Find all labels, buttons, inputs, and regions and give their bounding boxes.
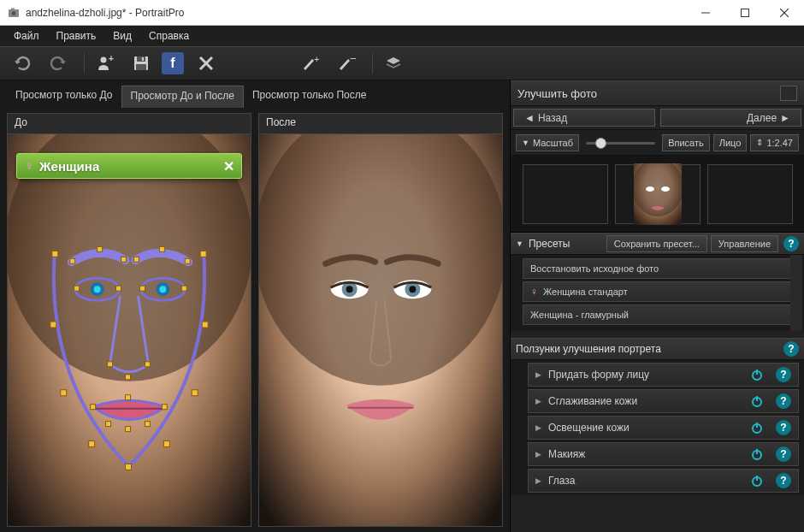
tab-before-after[interactable]: Просмотр До и После (121, 86, 244, 108)
layers-button[interactable] (378, 50, 409, 76)
power-icon[interactable] (748, 393, 766, 410)
triangle-right-icon: ▶ (535, 450, 541, 458)
slider-skin-lighting[interactable]: ▶ Освещение кожи ? (528, 416, 799, 440)
arrow-right-icon: ► (780, 112, 790, 124)
undo-button[interactable] (7, 50, 38, 76)
power-icon[interactable] (748, 419, 766, 436)
female-icon: ♀ (24, 158, 34, 174)
svg-rect-2 (11, 8, 15, 9)
preset-restore-original[interactable]: Восстановить исходное фото (523, 258, 799, 279)
main-area: Просмотр только До Просмотр До и После П… (0, 80, 804, 532)
zoom-ratio[interactable]: ⇕ 1:2.47 (750, 134, 799, 151)
svg-rect-42 (139, 286, 145, 291)
next-label: Далее (747, 112, 777, 124)
svg-rect-33 (126, 464, 132, 470)
save-preset-button[interactable]: Сохранить пресет... (606, 235, 707, 252)
filmstrip-thumbnail[interactable] (634, 163, 682, 225)
svg-rect-39 (185, 258, 190, 263)
minimize-button[interactable] (686, 0, 725, 26)
svg-rect-25 (52, 251, 58, 257)
help-icon[interactable]: ? (776, 473, 791, 488)
help-icon[interactable]: ? (783, 236, 799, 251)
help-icon[interactable]: ? (776, 420, 791, 435)
triangle-right-icon: ▶ (535, 370, 541, 379)
slider-makeup[interactable]: ▶ Макияж ? (528, 442, 799, 466)
help-icon[interactable]: ? (776, 446, 791, 462)
next-button[interactable]: Далее ► (660, 109, 802, 127)
female-icon: ♀ (530, 286, 538, 298)
back-button[interactable]: ◄ Назад (513, 109, 655, 127)
before-image[interactable]: ♀ Женщина ✕ (8, 134, 251, 526)
maximize-button[interactable] (725, 0, 765, 26)
close-button[interactable] (765, 0, 804, 26)
svg-rect-36 (121, 257, 127, 262)
gender-tag[interactable]: ♀ Женщина ✕ (16, 153, 242, 179)
slider-eyes[interactable]: ▶ Глаза ? (528, 469, 799, 493)
svg-rect-50 (106, 422, 111, 427)
filmstrip-slot (707, 164, 793, 224)
after-pane: После (258, 113, 503, 527)
triangle-right-icon: ▶ (535, 397, 541, 405)
arrow-left-icon: ◄ (524, 112, 535, 124)
svg-point-7 (101, 57, 107, 63)
presets-header[interactable]: ▼ Пресеты Сохранить пресет... Управление… (511, 233, 804, 255)
fit-button[interactable]: Вписать (662, 134, 710, 151)
help-icon[interactable]: ? (776, 393, 791, 409)
brush-minus-button[interactable]: − (331, 50, 362, 76)
svg-point-62 (646, 186, 654, 192)
zoom-slider[interactable] (582, 135, 659, 151)
tab-before-only[interactable]: Просмотр только До (7, 86, 121, 108)
slider-face-shape[interactable]: ▶ Придать форму лицу ? (528, 363, 799, 387)
menu-help[interactable]: Справка (140, 27, 198, 44)
menubar: Файл Править Вид Справка (0, 26, 804, 46)
sliders-title: Ползунки улучшения портрета (516, 343, 778, 355)
filmstrip[interactable] (511, 156, 804, 233)
panel-option-button[interactable] (780, 86, 797, 101)
help-icon[interactable]: ? (776, 367, 791, 382)
svg-rect-26 (200, 251, 206, 257)
delete-button[interactable] (191, 50, 222, 76)
before-pane: До (7, 113, 251, 527)
menu-file[interactable]: Файл (5, 27, 48, 44)
lock-icon: ⇕ (756, 138, 763, 147)
titlebar: andzhelina-dzholi.jpg* - PortraitPro (0, 0, 804, 26)
menu-edit[interactable]: Править (48, 27, 105, 44)
triangle-right-icon: ▶ (535, 423, 541, 432)
after-image[interactable] (259, 134, 502, 526)
svg-rect-40 (74, 286, 80, 291)
manage-presets-button[interactable]: Управление (711, 235, 778, 252)
menu-view[interactable]: Вид (104, 27, 140, 44)
preset-woman-glamour[interactable]: Женщина - гламурный (523, 304, 799, 325)
power-icon[interactable] (748, 366, 766, 383)
scrollbar[interactable] (790, 255, 802, 331)
presets-label: Пресеты (529, 238, 603, 250)
gender-label: Женщина (39, 159, 223, 174)
add-person-button[interactable]: + (90, 50, 121, 76)
facebook-button[interactable]: f (162, 52, 184, 74)
svg-point-23 (159, 286, 166, 293)
svg-rect-27 (50, 322, 56, 328)
svg-rect-31 (89, 441, 95, 447)
svg-point-63 (661, 186, 670, 192)
tab-after-only[interactable]: Просмотр только После (244, 86, 375, 108)
svg-rect-35 (98, 246, 103, 251)
svg-rect-43 (181, 286, 186, 291)
redo-button[interactable] (43, 50, 74, 76)
svg-rect-46 (145, 362, 150, 367)
filmstrip-slot (523, 164, 608, 224)
appname: PortraitPro (135, 7, 184, 19)
zoom-label[interactable]: ▼ Масштаб (516, 134, 579, 151)
svg-rect-28 (202, 322, 208, 328)
power-icon[interactable] (748, 446, 766, 463)
face-button[interactable]: Лицо (713, 134, 748, 151)
slider-skin-smoothing[interactable]: ▶ Сглаживание кожи ? (528, 389, 799, 413)
power-icon[interactable] (748, 472, 766, 489)
preset-woman-standard[interactable]: ♀ Женщина стандарт (523, 281, 799, 302)
help-icon[interactable]: ? (783, 341, 799, 357)
svg-rect-4 (742, 9, 749, 16)
gender-close-icon[interactable]: ✕ (223, 158, 234, 174)
separator (372, 53, 373, 74)
save-button[interactable] (126, 50, 157, 76)
brush-plus-button[interactable]: + (295, 50, 326, 76)
svg-rect-29 (61, 390, 67, 396)
